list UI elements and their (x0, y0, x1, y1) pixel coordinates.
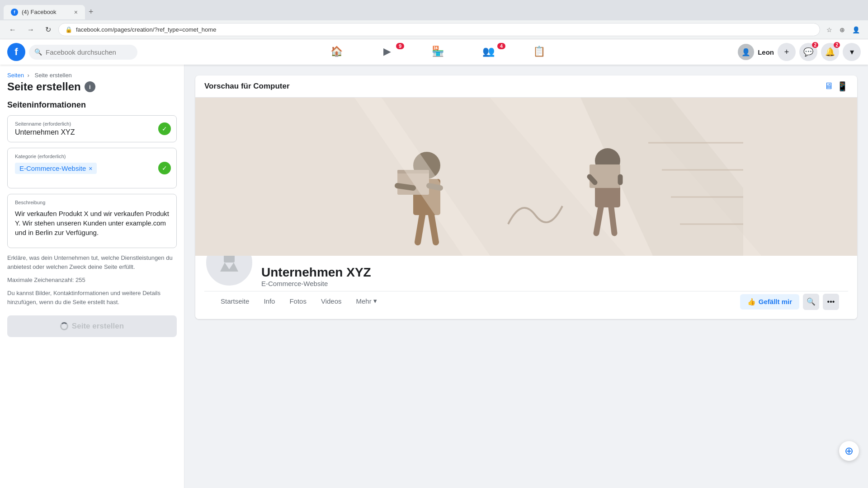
messenger-icon: 💬 (803, 47, 813, 57)
refresh-button[interactable]: ↻ (42, 23, 55, 36)
desktop-icon[interactable]: 🖥 (824, 81, 833, 92)
forward-button[interactable]: → (24, 24, 38, 36)
plus-icon: + (784, 47, 789, 57)
notifications-button[interactable]: 🔔 2 (821, 43, 839, 61)
ellipsis-icon: ••• (827, 298, 835, 306)
preview-category: E-Commerce-Website (261, 280, 371, 287)
messenger-button[interactable]: 💬 2 (799, 43, 817, 61)
preview-title: Vorschau für Computer (204, 82, 290, 91)
category-tag: E-Commerce-Website × (15, 163, 97, 174)
url-text: facebook.com/pages/creation/?ref_type=co… (76, 26, 813, 33)
search-button[interactable]: 🔍 (803, 294, 819, 310)
preview-header: Vorschau für Computer 🖥 📱 (195, 75, 857, 98)
like-button[interactable]: 👍 Gefällt mir (740, 294, 799, 310)
char-count: Maximale Zeichenanzahl: 255 (7, 277, 177, 283)
create-button[interactable]: + (778, 43, 796, 61)
svg-line-10 (431, 215, 436, 242)
page-name-check-icon: ✓ (158, 122, 171, 135)
page-title-text: Seite erstellen (7, 80, 81, 93)
browser-tabs-bar: f (4) Facebook × + (0, 0, 868, 20)
category-tag-text: E-Commerce-Website (19, 164, 86, 172)
mobile-icon[interactable]: 📱 (837, 81, 848, 92)
facebook-logo: f (7, 43, 25, 61)
info-icon-button[interactable]: i (85, 81, 95, 92)
nav-pages[interactable]: 📋 (514, 39, 564, 65)
tab-fotos[interactable]: Fotos (282, 292, 314, 312)
username: Leon (758, 48, 774, 56)
bell-icon: 🔔 (825, 47, 835, 57)
tab-close-button[interactable]: × (74, 9, 78, 16)
category-check-icon: ✓ (158, 162, 171, 174)
tab-mehr[interactable]: Mehr ▾ (349, 291, 384, 312)
browser-chrome: f (4) Facebook × + ← → ↻ 🔒 facebook.com/… (0, 0, 868, 39)
description-hint: Erkläre, was dein Unternehmen tut, welch… (7, 253, 177, 271)
back-button[interactable]: ← (5, 24, 20, 36)
user-profile[interactable]: 👤 Leon (738, 44, 774, 60)
nav-marketplace[interactable]: 🏪 (412, 39, 463, 65)
address-bar-row: ← → ↻ 🔒 facebook.com/pages/creation/?ref… (0, 20, 868, 39)
cover-photo-area (195, 98, 857, 256)
preview-tabs: Startseite Info Fotos Videos Mehr ▾ 👍 Ge… (204, 291, 848, 312)
notifications-badge: 2 (834, 42, 840, 48)
more-button[interactable]: ••• (823, 294, 839, 310)
breadcrumb: Seiten › Seite erstellen (7, 72, 177, 79)
info-hint: Du kannst Bilder, Kontaktinformationen u… (7, 289, 177, 306)
search-bar[interactable]: 🔍 (29, 45, 137, 60)
nav-groups[interactable]: 👥 4 (463, 39, 514, 65)
menu-button[interactable]: ▾ (843, 43, 861, 61)
active-tab[interactable]: f (4) Facebook × (4, 5, 85, 19)
plus-circle-icon: ⊕ (844, 445, 854, 457)
lock-icon: 🔒 (65, 26, 72, 33)
browser-action-icons: ☆ ⊕ 👤 (824, 24, 863, 35)
create-page-button[interactable]: Seite erstellen (7, 315, 177, 337)
star-icon[interactable]: ☆ (824, 24, 835, 35)
thumbs-up-icon: 👍 (747, 298, 756, 306)
category-remove-button[interactable]: × (89, 165, 92, 172)
svg-line-9 (418, 215, 422, 242)
watch-badge: 9 (396, 43, 404, 49)
avatar: 👤 (738, 44, 754, 60)
nav-home[interactable]: 🏠 (311, 39, 362, 65)
section-title: Seiteninformationen (7, 100, 177, 110)
preview-card: Vorschau für Computer 🖥 📱 (195, 75, 857, 319)
groups-icon: 👥 (482, 46, 495, 57)
header-actions: 👤 Leon + 💬 2 🔔 2 ▾ (738, 43, 861, 61)
floating-add-button[interactable]: ⊕ (839, 441, 859, 461)
home-icon: 🏠 (330, 46, 343, 57)
chevron-down-icon: ▾ (850, 47, 854, 57)
description-field[interactable]: Beschreibung Wir verkaufen Produkt X und… (7, 194, 177, 248)
tab-videos[interactable]: Videos (314, 292, 349, 312)
page-name-label: Seitenname (erforderlich) (15, 121, 169, 127)
facebook-header: f 🔍 🏠 ▶ 9 🏪 👥 4 📋 👤 Leon + (0, 39, 868, 65)
profile-icon[interactable]: 👤 (849, 24, 863, 35)
groups-badge: 4 (497, 43, 505, 49)
category-field[interactable]: Kategorie (erforderlich) E-Commerce-Webs… (7, 148, 177, 188)
loading-spinner (60, 322, 68, 330)
nav-watch[interactable]: ▶ 9 (362, 39, 412, 65)
breadcrumb-separator: › (28, 72, 29, 79)
marketplace-icon: 🏪 (432, 46, 444, 57)
svg-line-17 (611, 207, 614, 233)
messenger-badge: 2 (812, 42, 818, 48)
url-bar[interactable]: 🔒 facebook.com/pages/creation/?ref_type=… (58, 23, 820, 36)
page-name-field[interactable]: Seitenname (erforderlich) Unternehmen XY… (7, 115, 177, 142)
preview-action-buttons: 👍 Gefällt mir 🔍 ••• (740, 294, 839, 310)
extension-icon[interactable]: ⊕ (837, 24, 848, 35)
search-icon: 🔍 (34, 48, 42, 56)
tab-startseite[interactable]: Startseite (213, 292, 256, 312)
page-title-row: Seite erstellen i (7, 80, 177, 93)
new-tab-button[interactable]: + (85, 4, 97, 20)
preview-page-name: Unternehmen XYZ (261, 265, 371, 280)
tab-info[interactable]: Info (256, 292, 282, 312)
preview-page-info: Unternehmen XYZ E-Commerce-Website (261, 265, 371, 287)
left-panel: Seiten › Seite erstellen Seite erstellen… (0, 65, 184, 488)
svg-line-7 (397, 186, 413, 188)
tab-favicon: f (11, 9, 18, 16)
breadcrumb-current: Seite erstellen (34, 72, 71, 79)
search-input[interactable] (46, 48, 132, 56)
tab-title: (4) Facebook (22, 9, 57, 15)
chevron-down-icon: ▾ (373, 297, 377, 305)
breadcrumb-pages-link[interactable]: Seiten (7, 72, 24, 79)
create-btn-label: Seite erstellen (72, 322, 124, 331)
description-label: Beschreibung (15, 200, 169, 205)
